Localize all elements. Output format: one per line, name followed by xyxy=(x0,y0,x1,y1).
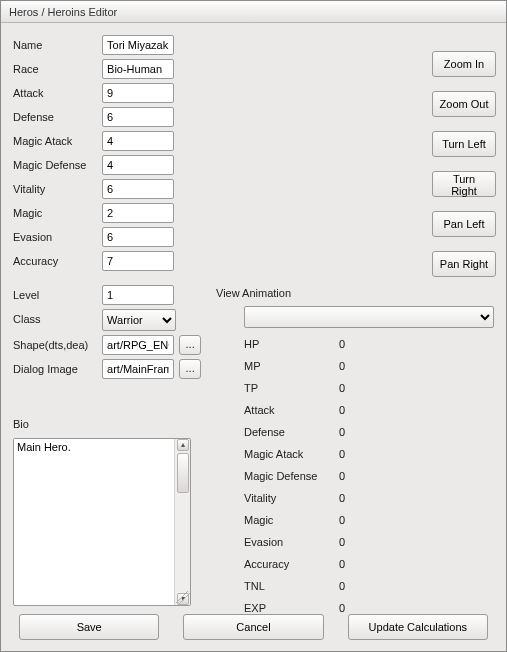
window-title: Heros / Heroins Editor xyxy=(1,1,506,23)
cancel-button[interactable]: Cancel xyxy=(183,614,323,640)
stat-row: TNL0 xyxy=(244,575,444,597)
bio-field-wrapper: ▴ ▾ xyxy=(13,438,191,606)
magic-defense-label: Magic Defense xyxy=(13,155,99,171)
defense-input[interactable] xyxy=(102,107,174,127)
attack-input[interactable] xyxy=(102,83,174,103)
update-calculations-button[interactable]: Update Calculations xyxy=(348,614,488,640)
dialog-image-label: Dialog Image xyxy=(13,359,99,375)
magic-attack-input[interactable] xyxy=(102,131,174,151)
shape-label: Shape(dts,dea) xyxy=(13,335,99,351)
stat-row: HP0 xyxy=(244,333,444,355)
editor-window: Heros / Heroins Editor Name Race Attack … xyxy=(0,0,507,652)
stat-value: 0 xyxy=(339,465,379,487)
stat-row: Magic Defense0 xyxy=(244,465,444,487)
stat-label: Evasion xyxy=(244,531,339,553)
class-select[interactable]: Warrior xyxy=(102,309,176,331)
scroll-thumb[interactable] xyxy=(177,453,189,493)
race-label: Race xyxy=(13,59,99,75)
name-input[interactable] xyxy=(102,35,174,55)
stat-row: Accuracy0 xyxy=(244,553,444,575)
shape-input[interactable] xyxy=(102,335,174,355)
magic-defense-input[interactable] xyxy=(102,155,174,175)
stat-label: HP xyxy=(244,333,339,355)
stat-value: 0 xyxy=(339,377,379,399)
name-label: Name xyxy=(13,35,99,51)
dialog-image-browse-button[interactable]: ... xyxy=(179,359,201,379)
stat-value: 0 xyxy=(339,333,379,355)
footer-buttons: Save Cancel Update Calculations xyxy=(1,605,506,651)
stat-value: 0 xyxy=(339,509,379,531)
stat-label: MP xyxy=(244,355,339,377)
camera-buttons: Zoom In Zoom Out Turn Left Turn Right Pa… xyxy=(432,51,496,291)
stat-label: Magic Atack xyxy=(244,443,339,465)
stat-label: Accuracy xyxy=(244,553,339,575)
stat-label: Defense xyxy=(244,421,339,443)
stat-value: 0 xyxy=(339,487,379,509)
stat-label: TP xyxy=(244,377,339,399)
stat-label: TNL xyxy=(244,575,339,597)
stat-label: Vitality xyxy=(244,487,339,509)
turn-right-button[interactable]: Turn Right xyxy=(432,171,496,197)
pan-right-button[interactable]: Pan Right xyxy=(432,251,496,277)
zoom-in-button[interactable]: Zoom In xyxy=(432,51,496,77)
dialog-image-input[interactable] xyxy=(102,359,174,379)
stat-row: Magic0 xyxy=(244,509,444,531)
stat-value: 0 xyxy=(339,421,379,443)
race-input[interactable] xyxy=(102,59,174,79)
accuracy-input[interactable] xyxy=(102,251,174,271)
stat-label: Attack xyxy=(244,399,339,421)
stat-row: Attack0 xyxy=(244,399,444,421)
accuracy-label: Accuracy xyxy=(13,251,99,267)
view-animation-label: View Animation xyxy=(216,287,291,299)
stat-value: 0 xyxy=(339,355,379,377)
defense-label: Defense xyxy=(13,107,99,123)
level-input[interactable] xyxy=(102,285,174,305)
stat-value: 0 xyxy=(339,553,379,575)
resize-grip-icon[interactable] xyxy=(176,591,190,605)
stat-value: 0 xyxy=(339,531,379,553)
magic-attack-label: Magic Atack xyxy=(13,131,99,147)
view-animation-select[interactable] xyxy=(244,306,494,328)
stat-row: Evasion0 xyxy=(244,531,444,553)
zoom-out-button[interactable]: Zoom Out xyxy=(432,91,496,117)
stat-label: Magic Defense xyxy=(244,465,339,487)
evasion-input[interactable] xyxy=(102,227,174,247)
evasion-label: Evasion xyxy=(13,227,99,243)
stat-row: Vitality0 xyxy=(244,487,444,509)
shape-browse-button[interactable]: ... xyxy=(179,335,201,355)
stat-value: 0 xyxy=(339,399,379,421)
turn-left-button[interactable]: Turn Left xyxy=(432,131,496,157)
content-area: Name Race Attack Defense Magic Atack Mag… xyxy=(1,23,506,630)
scroll-up-icon[interactable]: ▴ xyxy=(177,439,189,451)
save-button[interactable]: Save xyxy=(19,614,159,640)
vitality-input[interactable] xyxy=(102,179,174,199)
stat-row: Defense0 xyxy=(244,421,444,443)
stat-value: 0 xyxy=(339,443,379,465)
stat-value: 0 xyxy=(339,575,379,597)
bio-textarea[interactable] xyxy=(14,439,174,603)
bio-label: Bio xyxy=(13,418,29,430)
level-label: Level xyxy=(13,285,99,301)
stat-row: TP0 xyxy=(244,377,444,399)
class-label: Class xyxy=(13,309,99,325)
vitality-label: Vitality xyxy=(13,179,99,195)
stat-label: Magic xyxy=(244,509,339,531)
computed-stats: HP0 MP0 TP0 Attack0 Defense0 Magic Atack… xyxy=(244,333,444,619)
magic-label: Magic xyxy=(13,203,99,219)
magic-input[interactable] xyxy=(102,203,174,223)
bio-scrollbar[interactable]: ▴ ▾ xyxy=(174,439,190,605)
attack-label: Attack xyxy=(13,83,99,99)
pan-left-button[interactable]: Pan Left xyxy=(432,211,496,237)
stat-row: Magic Atack0 xyxy=(244,443,444,465)
stat-row: MP0 xyxy=(244,355,444,377)
